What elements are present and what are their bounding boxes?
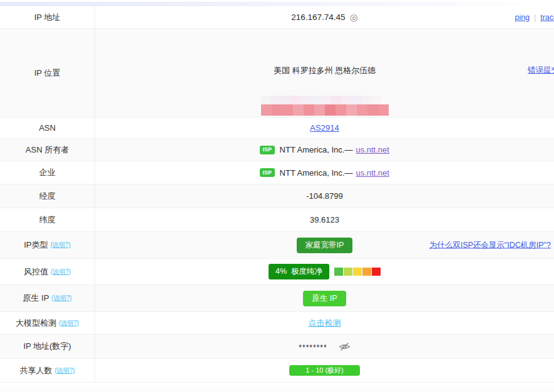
isp-badge: ISP: [260, 146, 275, 154]
ip-info-table: IP 地址 216.167.74.45 ◎ ping | trace IP 位置…: [0, 6, 554, 383]
label-text: 风控值: [24, 266, 48, 278]
row-value-longitude: -104.8799: [95, 184, 554, 208]
table-row-ip-location: IP 位置 美国 科罗拉多州 恩格尔伍德 错误提交: [0, 29, 554, 118]
row-value-native-ip: 原生 IP: [95, 285, 554, 311]
row-label-shared-count: 共享人数 (说明?): [0, 359, 95, 382]
row-label-ip-numeric: IP 地址(数字): [0, 334, 95, 358]
risk-text: 极度纯净: [291, 267, 322, 276]
top-divider-strip: [0, 2, 554, 6]
asn-owner-site-link[interactable]: us.ntt.net: [356, 145, 389, 154]
row-label-enterprise: 企业: [0, 161, 95, 184]
row-label-longitude: 经度: [0, 184, 95, 208]
label-text: 原生 IP: [23, 293, 49, 304]
longitude-value: -104.8799: [306, 191, 343, 201]
ip-type-badge: 家庭宽带IP: [297, 238, 353, 253]
table-row-asn-owner: ASN 所有者 ISP NTT America, Inc.— us.ntt.ne…: [0, 139, 554, 161]
isp-badge: ISP: [260, 168, 275, 177]
row-value-asn-owner: ISP NTT America, Inc.— us.ntt.net: [95, 139, 554, 161]
row-label-asn: ASN: [0, 118, 95, 138]
label-text: 纬度: [39, 214, 56, 226]
table-row-native-ip: 原生 IP (说明?) 原生 IP: [0, 285, 554, 312]
row-label-ip-location: IP 位置: [0, 29, 95, 117]
censored-mosaic-main: [261, 104, 389, 116]
error-submit-link[interactable]: 错误提交: [528, 65, 554, 76]
row-value-ip-numeric: ********: [95, 334, 554, 358]
help-link[interactable]: (说明?): [51, 294, 71, 303]
row-label-asn-owner: ASN 所有者: [0, 139, 95, 161]
enterprise-site-link[interactable]: us.ntt.net: [356, 168, 389, 178]
label-text: IP 地址: [34, 12, 61, 23]
ip-type-actions: 为什么双ISP还会显示"IDC机房IP"?: [429, 240, 551, 251]
row-value-enterprise: ISP NTT America, Inc.— us.ntt.net: [95, 161, 554, 184]
label-text: ASN: [39, 123, 56, 133]
help-link[interactable]: (说明?): [54, 366, 74, 375]
row-label-ip-type: IP类型 (说明?): [0, 232, 95, 258]
table-row-llm-detect: 大模型检测 (说明?) 点击检测: [0, 312, 554, 334]
ip-actions: ping | trace: [515, 13, 554, 22]
row-value-llm-detect: 点击检测: [95, 312, 554, 334]
asn-link[interactable]: AS2914: [310, 123, 339, 133]
click-detect-link[interactable]: 点击检测: [309, 318, 341, 329]
row-label-latitude: 纬度: [0, 208, 95, 231]
link-separator: |: [534, 13, 536, 22]
eye-off-icon[interactable]: [339, 342, 351, 351]
table-row-ip-numeric: IP 地址(数字) ********: [0, 334, 554, 359]
label-text: IP类型: [24, 239, 48, 251]
label-text: 企业: [39, 167, 56, 178]
risk-percent: 4%: [275, 267, 287, 276]
row-label-llm-detect: 大模型检测 (说明?): [0, 312, 95, 334]
enterprise-name: NTT America, Inc.—: [280, 168, 353, 178]
ip-location-value: 美国 科罗拉多州 恩格尔伍德: [95, 65, 554, 76]
table-row-enterprise: 企业 ISP NTT America, Inc.— us.ntt.net: [0, 161, 554, 184]
row-value-asn: AS2914: [95, 118, 554, 138]
row-value-latitude: 39.6123: [95, 208, 554, 231]
ip-numeric-hidden-value: ********: [299, 343, 327, 352]
table-row-ip-type: IP类型 (说明?) 家庭宽带IP 为什么双ISP还会显示"IDC机房IP"?: [0, 232, 554, 259]
asn-owner-name: NTT America, Inc.—: [280, 145, 353, 154]
row-label-native-ip: 原生 IP (说明?): [0, 285, 95, 311]
label-text: 共享人数: [19, 365, 52, 376]
row-value-ip-address: 216.167.74.45 ◎ ping | trace: [95, 6, 554, 28]
censored-mosaic: [261, 96, 389, 116]
help-link[interactable]: (说明?): [51, 268, 71, 276]
why-idc-link[interactable]: 为什么双ISP还会显示"IDC机房IP"?: [429, 240, 551, 251]
shared-count-badge: 1 - 10 (极好): [289, 365, 360, 376]
row-label-risk-value: 风控值 (说明?): [0, 259, 95, 284]
risk-scale-bar: [334, 268, 381, 276]
help-link[interactable]: (说明?): [51, 241, 71, 249]
native-ip-badge: 原生 IP: [303, 291, 346, 306]
label-text: ASN 所有者: [26, 144, 69, 156]
row-value-ip-type: 家庭宽带IP 为什么双ISP还会显示"IDC机房IP"?: [95, 232, 554, 258]
trace-link[interactable]: trace: [540, 13, 554, 22]
label-text: IP 地址(数字): [23, 341, 71, 352]
table-row-latitude: 纬度 39.6123: [0, 208, 554, 232]
label-text: 经度: [39, 191, 56, 202]
ip-address-value: 216.167.74.45: [291, 13, 345, 22]
label-text: IP 位置: [34, 68, 61, 79]
censored-mosaic-top: [261, 96, 389, 104]
ip-info-panel: IP 地址 216.167.74.45 ◎ ping | trace IP 位置…: [0, 0, 554, 392]
bullseye-view-icon[interactable]: ◎: [350, 13, 358, 22]
table-row-risk-value: 风控值 (说明?) 4% 极度纯净: [0, 259, 554, 285]
row-value-risk-value: 4% 极度纯净: [95, 259, 554, 284]
label-text: 大模型检测: [16, 318, 56, 329]
row-value-shared-count: 1 - 10 (极好): [95, 359, 554, 382]
table-row-longitude: 经度 -104.8799: [0, 184, 554, 208]
ping-link[interactable]: ping: [515, 13, 530, 22]
help-link[interactable]: (说明?): [59, 319, 79, 328]
row-label-ip-address: IP 地址: [0, 6, 95, 28]
latitude-value: 39.6123: [310, 215, 339, 224]
risk-score-badge: 4% 极度纯净: [269, 264, 329, 279]
table-row-shared-count: 共享人数 (说明?) 1 - 10 (极好): [0, 359, 554, 383]
table-row-asn: ASN AS2914: [0, 118, 554, 139]
row-value-ip-location: 美国 科罗拉多州 恩格尔伍德 错误提交: [95, 29, 554, 117]
bottom-spacer: [0, 386, 554, 392]
table-row-ip-address: IP 地址 216.167.74.45 ◎ ping | trace: [0, 6, 554, 29]
